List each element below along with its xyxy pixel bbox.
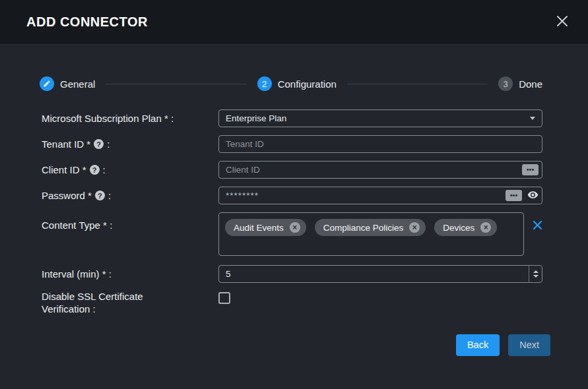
help-icon[interactable]: ? [95, 191, 105, 200]
step-3-indicator: 3 [498, 76, 513, 91]
client-id-label: Client ID * [42, 164, 86, 175]
step-configuration[interactable]: 2 Configuration [257, 76, 337, 91]
chevron-down-icon [530, 117, 535, 120]
subscription-plan-value: Enterprise Plan [226, 113, 286, 123]
close-icon [556, 15, 568, 29]
step-2-indicator: 2 [257, 76, 272, 91]
client-id-input[interactable] [218, 161, 542, 179]
tag-label: Compliance Policies [323, 223, 404, 233]
client-id-colon: : [103, 164, 106, 175]
tag-label: Audit Events [234, 223, 284, 233]
password-row: Password * ? : ••• [42, 187, 542, 204]
back-button[interactable]: Back [456, 334, 500, 356]
show-password-button[interactable] [527, 189, 539, 202]
modal-title: ADD CONNECTOR [26, 15, 148, 30]
password-label: Password * [42, 190, 92, 201]
help-icon[interactable]: ? [90, 165, 100, 175]
interval-label: Interval (min) * : [42, 268, 218, 280]
remove-tag-icon[interactable]: × [409, 222, 420, 233]
add-connector-modal: ADD CONNECTOR General 2 Configuration 3 … [0, 0, 588, 389]
step-done-label: Done [519, 78, 542, 90]
subscription-plan-label: Microsoft Subscription Plan * : [42, 113, 218, 124]
subscription-plan-row: Microsoft Subscription Plan * : Enterpri… [42, 109, 542, 127]
clear-content-type-button[interactable] [533, 220, 542, 232]
interval-row: Interval (min) * : [42, 265, 542, 283]
stepper-line [106, 84, 246, 84]
connector-form: Microsoft Subscription Plan * : Enterpri… [0, 109, 588, 324]
subscription-plan-select[interactable]: Enterprise Plan [218, 109, 542, 127]
stepper-up-icon[interactable] [533, 270, 539, 273]
step-general[interactable]: General [40, 76, 95, 91]
password-more-button[interactable]: ••• [506, 190, 522, 201]
close-button[interactable] [554, 13, 571, 32]
content-type-row: Content Type * : Audit Events × Complian… [42, 212, 542, 256]
step-done[interactable]: 3 Done [498, 76, 542, 91]
pencil-icon [40, 76, 54, 91]
tenant-id-label: Tenant ID * [42, 138, 90, 150]
ssl-checkbox[interactable] [218, 292, 230, 304]
ssl-label: Disable SSL Certificate Verification : [42, 291, 174, 316]
step-configuration-label: Configuration [278, 78, 337, 90]
password-colon: : [108, 190, 111, 201]
step-general-label: General [60, 78, 95, 90]
help-icon[interactable]: ? [94, 139, 104, 149]
content-type-label: Content Type * : [42, 220, 218, 231]
clear-icon [533, 220, 542, 232]
modal-header: ADD CONNECTOR [0, 0, 588, 45]
interval-stepper[interactable] [529, 266, 542, 282]
tag-label: Devices [443, 223, 474, 233]
modal-footer: Back Next [0, 324, 588, 356]
remove-tag-icon[interactable]: × [480, 222, 491, 233]
stepper-down-icon[interactable] [533, 275, 539, 278]
content-type-tag: Devices × [434, 219, 497, 236]
tenant-id-row: Tenant ID * ? : [42, 135, 542, 153]
tenant-id-colon: : [107, 138, 110, 150]
next-button[interactable]: Next [508, 334, 550, 356]
content-type-tag: Audit Events × [225, 219, 306, 236]
tenant-id-input[interactable] [218, 135, 542, 153]
wizard-stepper: General 2 Configuration 3 Done [0, 45, 588, 109]
stepper-line [347, 84, 488, 84]
remove-tag-icon[interactable]: × [290, 222, 300, 233]
client-id-row: Client ID * ? : ••• [42, 161, 542, 179]
eye-icon [527, 189, 539, 202]
content-type-tag: Compliance Policies × [315, 219, 426, 236]
content-type-multiselect[interactable]: Audit Events × Compliance Policies × Dev… [218, 212, 524, 256]
password-input[interactable] [218, 187, 542, 204]
ssl-row: Disable SSL Certificate Verification : [42, 291, 542, 316]
client-id-more-button[interactable]: ••• [522, 164, 539, 175]
interval-input[interactable] [218, 265, 542, 283]
